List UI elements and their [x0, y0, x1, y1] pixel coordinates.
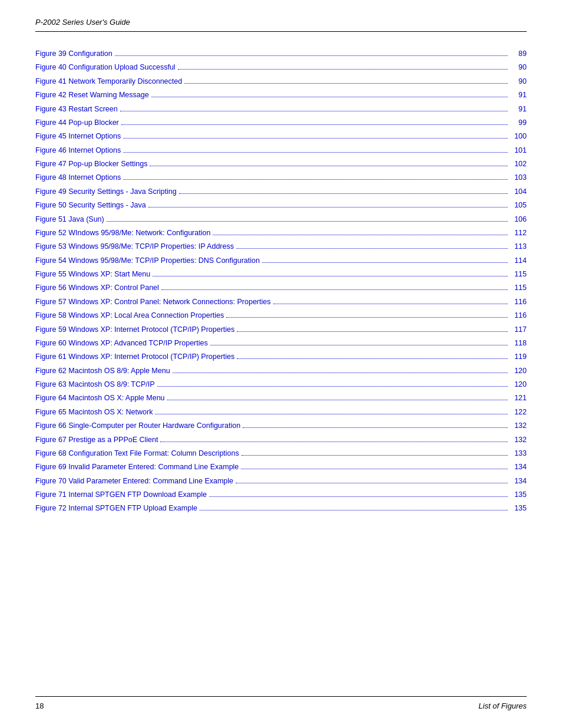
toc-link[interactable]: Figure 47 Pop-up Blocker Settings — [35, 159, 147, 170]
toc-item: Figure 51 Java (Sun)106 — [35, 214, 527, 225]
toc-dots — [236, 483, 508, 483]
toc-page-number: 113 — [510, 241, 527, 252]
toc-dots — [210, 345, 508, 345]
toc-dots — [262, 262, 508, 263]
toc-link[interactable]: Figure 53 Windows 95/98/Me: TCP/IP Prope… — [35, 241, 234, 252]
toc-item: Figure 70 Valid Parameter Entered: Comma… — [35, 476, 527, 487]
toc-dots — [213, 235, 508, 235]
toc-page-number: 115 — [510, 282, 527, 294]
toc-link[interactable]: Figure 54 Windows 95/98/Me: TCP/IP Prope… — [35, 255, 260, 266]
toc-dots — [237, 331, 508, 332]
toc-item: Figure 53 Windows 95/98/Me: TCP/IP Prope… — [35, 241, 527, 252]
toc-page-number: 134 — [510, 476, 527, 487]
toc-item: Figure 61 Windows XP: Internet Protocol … — [35, 351, 527, 363]
toc-page-number: 121 — [510, 393, 527, 404]
toc-link[interactable]: Figure 63 Macintosh OS 8/9: TCP/IP — [35, 379, 155, 390]
toc-link[interactable]: Figure 62 Macintosh OS 8/9: Apple Menu — [35, 365, 170, 377]
toc-dots — [150, 166, 508, 166]
toc-item: Figure 45 Internet Options100 — [35, 131, 527, 142]
toc-page-number: 134 — [510, 462, 527, 473]
toc-dots — [123, 152, 508, 153]
toc-dots — [155, 414, 508, 414]
toc-link[interactable]: Figure 60 Windows XP: Advanced TCP/IP Pr… — [35, 338, 208, 349]
toc-link[interactable]: Figure 72 Internal SPTGEN FTP Upload Exa… — [35, 503, 197, 514]
toc-item: Figure 54 Windows 95/98/Me: TCP/IP Prope… — [35, 255, 527, 266]
toc-dots — [173, 373, 508, 373]
toc-dots — [161, 289, 508, 290]
toc-link[interactable]: Figure 71 Internal SPTGEN FTP Download E… — [35, 489, 207, 500]
toc-dots — [123, 138, 508, 139]
toc-link[interactable]: Figure 46 Internet Options — [35, 145, 121, 156]
toc-page-number: 114 — [510, 255, 527, 266]
toc-dots — [243, 427, 508, 428]
toc-link[interactable]: Figure 64 Macintosh OS X: Apple Menu — [35, 393, 165, 404]
toc-item: Figure 49 Security Settings - Java Scrip… — [35, 186, 527, 197]
toc-page-number: 122 — [510, 407, 527, 418]
toc-link[interactable]: Figure 56 Windows XP: Control Panel — [35, 282, 159, 294]
toc-link[interactable]: Figure 58 Windows XP: Local Area Connect… — [35, 310, 224, 321]
page-container: P-2002 Series User's Guide Figure 39 Con… — [0, 0, 562, 728]
toc-dots — [241, 469, 508, 469]
toc-dots — [273, 304, 508, 304]
toc-item: Figure 58 Windows XP: Local Area Connect… — [35, 310, 527, 321]
footer-page-number: 18 — [35, 701, 44, 710]
toc-dots — [107, 221, 508, 222]
toc-item: Figure 41 Network Temporarily Disconnect… — [35, 76, 527, 87]
toc-dots — [120, 111, 508, 111]
toc-link[interactable]: Figure 65 Macintosh OS X: Network — [35, 407, 153, 418]
toc-link[interactable]: Figure 50 Security Settings - Java — [35, 200, 146, 211]
toc-link[interactable]: Figure 68 Configuration Text File Format… — [35, 448, 239, 459]
toc-page-number: 99 — [510, 117, 527, 129]
toc-link[interactable]: Figure 66 Single-Computer per Router Har… — [35, 420, 240, 431]
toc-item: Figure 42 Reset Warning Message91 — [35, 90, 527, 101]
toc-page-number: 105 — [510, 200, 527, 211]
toc-link[interactable]: Figure 40 Configuration Upload Successfu… — [35, 62, 176, 73]
toc-page-number: 119 — [510, 351, 527, 363]
toc-item: Figure 71 Internal SPTGEN FTP Download E… — [35, 489, 527, 500]
page-header: P-2002 Series User's Guide — [35, 18, 527, 32]
toc-link[interactable]: Figure 41 Network Temporarily Disconnect… — [35, 76, 182, 87]
toc-item: Figure 48 Internet Options103 — [35, 172, 527, 183]
footer-section-label: List of Figures — [478, 701, 527, 710]
toc-item: Figure 55 Windows XP: Start Menu115 — [35, 269, 527, 280]
toc-link[interactable]: Figure 55 Windows XP: Start Menu — [35, 269, 150, 280]
toc-link[interactable]: Figure 57 Windows XP: Control Panel: Net… — [35, 297, 271, 308]
toc-page-number: 135 — [510, 503, 527, 514]
toc-link[interactable]: Figure 67 Prestige as a PPPoE Client — [35, 434, 158, 446]
toc-list: Figure 39 Configuration89Figure 40 Confi… — [35, 48, 527, 515]
toc-link[interactable]: Figure 51 Java (Sun) — [35, 214, 104, 225]
toc-dots — [153, 276, 508, 276]
toc-dots — [242, 455, 508, 456]
toc-link[interactable]: Figure 59 Windows XP: Internet Protocol … — [35, 324, 234, 335]
toc-page-number: 117 — [510, 324, 527, 335]
toc-link[interactable]: Figure 44 Pop-up Blocker — [35, 117, 119, 129]
toc-link[interactable]: Figure 52 WIndows 95/98/Me: Network: Con… — [35, 228, 210, 239]
toc-link[interactable]: Figure 45 Internet Options — [35, 131, 121, 142]
toc-dots — [148, 207, 508, 207]
toc-item: Figure 56 Windows XP: Control Panel115 — [35, 282, 527, 294]
toc-item: Figure 43 Restart Screen91 — [35, 104, 527, 115]
page-footer: 18 List of Figures — [35, 696, 527, 710]
toc-link[interactable]: Figure 49 Security Settings - Java Scrip… — [35, 186, 177, 197]
toc-link[interactable]: Figure 69 Invalid Parameter Entered: Com… — [35, 462, 239, 473]
toc-item: Figure 52 WIndows 95/98/Me: Network: Con… — [35, 228, 527, 239]
toc-item: Figure 50 Security Settings - Java105 — [35, 200, 527, 211]
toc-page-number: 103 — [510, 172, 527, 183]
toc-link[interactable]: Figure 61 Windows XP: Internet Protocol … — [35, 351, 234, 363]
toc-link[interactable]: Figure 39 Configuration — [35, 48, 113, 60]
toc-item: Figure 66 Single-Computer per Router Har… — [35, 420, 527, 431]
toc-page-number: 91 — [510, 90, 527, 101]
toc-link[interactable]: Figure 48 Internet Options — [35, 172, 121, 183]
toc-item: Figure 64 Macintosh OS X: Apple Menu121 — [35, 393, 527, 404]
toc-link[interactable]: Figure 43 Restart Screen — [35, 104, 118, 115]
toc-page-number: 104 — [510, 186, 527, 197]
toc-page-number: 100 — [510, 131, 527, 142]
toc-page-number: 90 — [510, 62, 527, 73]
toc-item: Figure 72 Internal SPTGEN FTP Upload Exa… — [35, 503, 527, 514]
toc-dots — [179, 193, 508, 194]
toc-page-number: 90 — [510, 76, 527, 87]
toc-link[interactable]: Figure 42 Reset Warning Message — [35, 90, 149, 101]
toc-link[interactable]: Figure 70 Valid Parameter Entered: Comma… — [35, 476, 233, 487]
toc-dots — [115, 55, 508, 56]
toc-item: Figure 46 Internet Options101 — [35, 145, 527, 156]
